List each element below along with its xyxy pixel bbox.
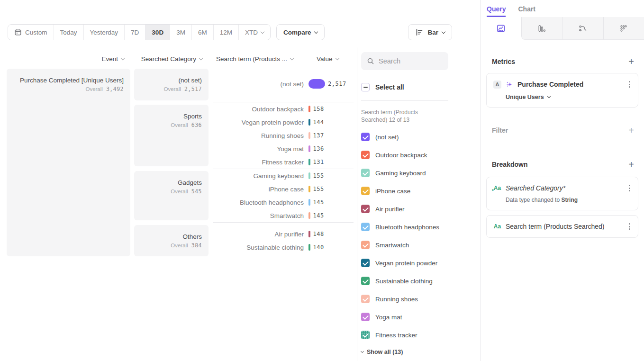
checkbox-checked[interactable] <box>361 223 370 231</box>
column-header-searched-category[interactable]: Searched Category <box>134 55 202 63</box>
checkbox-checked[interactable] <box>361 295 370 303</box>
search-input[interactable] <box>379 57 435 65</box>
chevron-down-icon <box>121 56 125 60</box>
tab-retention[interactable] <box>603 17 644 40</box>
metric-card[interactable]: A Purchase Completed Unique Users <box>486 73 638 108</box>
overall-label: Overall <box>163 86 181 92</box>
legend-item[interactable]: Smartwatch <box>361 241 448 249</box>
chevron-down-icon <box>199 56 203 60</box>
value-text: 136 <box>313 145 324 152</box>
report-type-tabs <box>481 17 644 40</box>
checkbox-checked[interactable] <box>361 133 370 141</box>
date-range-today-button[interactable]: Today <box>54 25 84 40</box>
chevron-down-icon <box>361 350 364 353</box>
table-row[interactable]: Gaming keyboard 155 <box>213 169 354 182</box>
legend-item-label: Bluetooth headphones <box>375 224 439 231</box>
checkbox-checked[interactable] <box>361 169 370 177</box>
legend-item[interactable]: Fitness tracker <box>361 331 448 339</box>
search-term-label: iPhone case <box>213 186 304 193</box>
compare-label: Compare <box>283 29 311 36</box>
select-all-label: Select all <box>375 83 404 91</box>
value-bar <box>308 159 310 165</box>
checkbox-checked[interactable] <box>361 187 370 195</box>
search-term-label: Vegan protein powder <box>213 119 304 126</box>
date-range-3m-button[interactable]: 3M <box>170 25 192 40</box>
tab-chart[interactable]: Chart <box>518 5 535 17</box>
checkbox-checked[interactable] <box>361 313 370 321</box>
legend-item[interactable]: Vegan protein powder <box>361 259 448 267</box>
select-all-checkbox[interactable] <box>361 83 370 91</box>
breakdown-card-search-term[interactable]: Aa Search term (Products Searched) <box>486 215 638 238</box>
select-all-item[interactable]: Select all <box>361 83 448 91</box>
event-card[interactable]: Purchase Completed [Unique Users] Overal… <box>7 69 130 256</box>
legend-item[interactable]: Outdoor backpack <box>361 151 448 159</box>
breakdown-menu-button[interactable] <box>628 184 631 192</box>
table-row[interactable]: iPhone case 155 <box>213 182 354 196</box>
checkbox-checked[interactable] <box>361 205 370 213</box>
table-row[interactable]: Running shoes 137 <box>213 129 354 142</box>
chart-type-button[interactable]: Bar <box>408 24 452 40</box>
add-breakdown-button[interactable]: + <box>628 160 634 169</box>
legend-items: (not set) Outdoor backpack Gaming keyboa… <box>361 133 448 339</box>
column-header-value[interactable]: Value <box>317 55 339 63</box>
legend-group-label: Search term (Products Searched) 12 of 13 <box>361 108 433 124</box>
legend-item[interactable]: Gaming keyboard <box>361 169 448 177</box>
date-range-30d-button[interactable]: 30D <box>145 25 170 40</box>
add-metric-button[interactable]: + <box>628 57 634 66</box>
metric-menu-button[interactable] <box>628 80 631 89</box>
show-all-button[interactable]: Show all (13) <box>361 349 448 355</box>
metrics-heading: Metrics <box>492 58 515 65</box>
checkbox-checked[interactable] <box>361 259 370 267</box>
column-header-search-term[interactable]: Search term (Products ... <box>216 55 293 63</box>
table-row[interactable]: Sustainable clothing 140 <box>213 241 354 254</box>
legend-item[interactable]: (not set) <box>361 133 448 141</box>
legend-item[interactable]: Yoga mat <box>361 313 448 321</box>
date-range-custom-button[interactable]: Custom <box>8 25 54 40</box>
query-panel: Query Chart <box>480 0 644 361</box>
column-header-label: Event <box>101 55 118 63</box>
date-range-6m-button[interactable]: 6M <box>192 25 214 40</box>
category-card-gadgets[interactable]: Gadgets Overall545 <box>134 171 209 220</box>
table-row[interactable]: Fitness tracker 131 <box>213 155 354 169</box>
legend-search-box[interactable] <box>361 52 448 70</box>
legend-item[interactable]: iPhone case <box>361 187 448 195</box>
compare-button[interactable]: Compare <box>276 24 325 40</box>
date-range-7d-button[interactable]: 7D <box>125 25 145 40</box>
breakdown-menu-button[interactable] <box>628 222 631 231</box>
legend-item[interactable]: Air purifier <box>361 205 448 213</box>
value-bar <box>308 119 310 126</box>
category-card-not-set[interactable]: (not set) Overall2,517 <box>134 69 209 100</box>
breakdown-card-searched-category[interactable]: Aa* Searched Category* Data type changed… <box>486 177 638 210</box>
legend-item-label: Smartwatch <box>375 242 409 249</box>
table-row[interactable]: (not set) 2,517 <box>213 77 354 90</box>
checkbox-checked[interactable] <box>361 331 370 339</box>
tab-flows[interactable] <box>562 17 603 40</box>
checkbox-checked[interactable] <box>361 241 370 249</box>
legend-item[interactable]: Running shoes <box>361 295 448 303</box>
aggregation-dropdown[interactable]: Unique Users <box>506 94 631 100</box>
table-row[interactable]: Bluetooth headphones 145 <box>213 196 354 209</box>
date-range-yesterday-button[interactable]: Yesterday <box>84 25 125 40</box>
search-term-label: Gaming keyboard <box>213 172 304 180</box>
tab-query[interactable]: Query <box>487 5 506 17</box>
table-row[interactable]: Air purifier 148 <box>213 227 354 241</box>
category-card-others[interactable]: Others Overall384 <box>134 225 209 256</box>
tab-insights[interactable] <box>481 17 521 40</box>
table-row[interactable]: Outdoor backpack 158 <box>213 102 354 116</box>
filter-section-header: Filter + <box>481 126 644 135</box>
checkbox-checked[interactable] <box>361 277 370 285</box>
add-filter-button[interactable]: + <box>628 126 634 135</box>
table-row[interactable]: Smartwatch 145 <box>213 209 354 222</box>
date-range-12m-button[interactable]: 12M <box>214 25 239 40</box>
value-bar <box>308 186 310 192</box>
tab-funnels[interactable] <box>521 17 562 40</box>
column-header-event[interactable]: Event <box>7 55 124 63</box>
overall-label: Overall <box>85 86 102 92</box>
checkbox-checked[interactable] <box>361 151 370 159</box>
category-card-sports[interactable]: Sports Overall636 <box>134 105 209 166</box>
table-row[interactable]: Vegan protein powder 144 <box>213 116 354 129</box>
legend-item[interactable]: Bluetooth headphones <box>361 223 448 231</box>
legend-item[interactable]: Sustainable clothing <box>361 277 448 285</box>
date-range-xtd-button[interactable]: XTD <box>239 25 270 40</box>
table-row[interactable]: Yoga mat 136 <box>213 142 354 155</box>
